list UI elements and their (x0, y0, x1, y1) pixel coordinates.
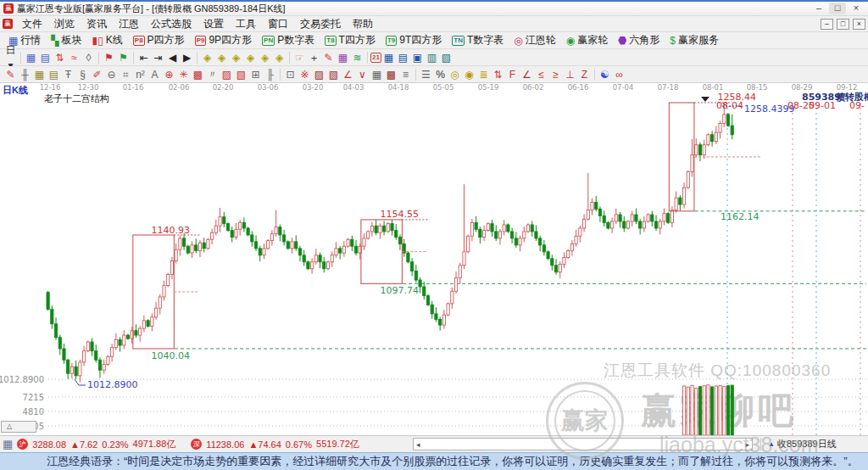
t-number-table-button[interactable]: TNT数字表 (447, 32, 509, 48)
shanghai-index-value[interactable]: 3288.08 (32, 439, 66, 450)
z-pattern-icon[interactable]: Z (577, 67, 592, 82)
zigzag-icon[interactable]: ∨ (355, 67, 370, 82)
gann-fan-icon[interactable]: ▦ (32, 67, 47, 82)
sort-updown-icon[interactable]: ⇅ (53, 50, 67, 65)
gann-circle2-icon[interactable]: ◉ (462, 67, 476, 82)
parallel-lines-icon[interactable]: ≡ (398, 67, 413, 82)
export-icon[interactable]: ▥ (425, 50, 439, 65)
report-form-icon[interactable]: ▤ (396, 50, 410, 65)
rays-star-icon[interactable]: ✳ (176, 67, 191, 82)
hatch-box2-icon[interactable]: ▧ (326, 67, 341, 82)
calculator-icon[interactable]: ▦ (381, 50, 396, 65)
angle-pen-icon[interactable]: ✐ (90, 67, 104, 82)
brush-tool-icon[interactable]: ✎ (3, 67, 18, 82)
kline-button[interactable]: ▮▯K线 (87, 32, 128, 48)
gann-wheel-button[interactable]: ◎江恩轮 (509, 32, 560, 48)
spindle-icon[interactable]: ◊ (81, 50, 96, 65)
mdi-minimize-button[interactable]: – (821, 19, 833, 30)
percent-icon[interactable]: % (433, 67, 448, 82)
menu-item-4[interactable]: 公式选股 (145, 17, 198, 31)
sectors-button[interactable]: ▚板块 (46, 32, 86, 48)
menu-item-5[interactable]: 设置 (198, 17, 230, 31)
mdi-restore-button[interactable]: □ (837, 19, 849, 30)
draw-line-icon[interactable]: ✎ (321, 50, 336, 65)
crosshair-icon[interactable]: ＋ (307, 50, 321, 65)
t-line-tool-icon[interactable]: Ŧ (61, 67, 75, 82)
resistance-line-icon[interactable]: ≥ (548, 67, 563, 82)
circle-divider-icon[interactable]: ⊖ (104, 67, 119, 82)
gann-diamond-5-icon[interactable]: ◈ (258, 50, 272, 65)
hash-ruler-icon[interactable]: ╫ (18, 67, 32, 82)
minimize-button[interactable]: – (810, 3, 827, 14)
pagoda-icon[interactable]: ▨ (220, 67, 234, 82)
double-tick-icon[interactable]: 〃 (205, 67, 220, 82)
first-bar-icon[interactable]: ⇤ (136, 50, 151, 65)
hatch-box-icon[interactable]: ▨ (312, 67, 326, 82)
p-square-button[interactable]: P8P四方形 (128, 32, 190, 48)
gann-diamond-2-icon[interactable]: ◈ (214, 50, 229, 65)
scroll-left-arrow[interactable]: ◂ (416, 440, 420, 449)
grid-shade-icon[interactable]: ▩ (384, 67, 398, 82)
window-grid-icon[interactable]: ⊞ (248, 67, 263, 82)
maximize-button[interactable]: □ (829, 3, 846, 14)
support-line-icon[interactable]: ≤ (534, 67, 548, 82)
winner-service-button[interactable]: $赢家服务 (665, 32, 724, 48)
shenzhen-index-value[interactable]: 11238.06 (206, 439, 244, 450)
wave-lines-icon[interactable]: ≋ (350, 50, 364, 65)
green-flag-icon[interactable]: ⚑ (116, 50, 131, 65)
pagoda2-icon[interactable]: ▧ (234, 67, 248, 82)
n-square-icon[interactable]: n² (133, 67, 147, 82)
golden-levels-icon[interactable]: ≣ (476, 67, 491, 82)
red-flag-icon[interactable]: ⚑ (102, 50, 116, 65)
winner-wheel-button[interactable]: ◉赢家轮 (561, 32, 613, 48)
angle-line-icon[interactable]: ∠ (341, 67, 355, 82)
shanghai-index-icon[interactable]: 沪 (17, 439, 28, 450)
vertical-measure-icon[interactable]: ⊥ (563, 67, 577, 82)
gann-circle-icon[interactable]: ◎ (448, 67, 462, 82)
menu-item-1[interactable]: 浏览 (48, 17, 81, 31)
gann-diamond-1-icon[interactable]: ◈ (200, 50, 214, 65)
grid-lines-icon[interactable]: ▦ (370, 67, 384, 82)
menu-item-7[interactable]: 窗口 (262, 17, 294, 31)
nine-t-square-button[interactable]: T99T四方形 (381, 32, 447, 48)
hand-tool-icon[interactable]: ☞ (292, 50, 307, 65)
dense-grid-icon[interactable]: ⌗ (119, 67, 133, 82)
calendar-icon[interactable]: 21 (370, 53, 381, 63)
menu-item-3[interactable]: 江恩 (113, 17, 145, 31)
next-bar-icon[interactable]: ▶ (180, 50, 194, 65)
menu-item-9[interactable]: 帮助 (347, 17, 379, 31)
nine-p-square-button[interactable]: P99P四方形 (190, 32, 257, 48)
menu-item-2[interactable]: 资讯 (81, 17, 113, 31)
t-square-button[interactable]: T8T四方形 (320, 32, 381, 48)
fib-levels-icon[interactable]: F (505, 67, 520, 82)
target-circle-icon[interactable]: ⊕ (162, 67, 176, 82)
last-bar-icon[interactable]: ⇥ (151, 50, 165, 65)
infinity-icon[interactable]: ∞ (612, 67, 626, 82)
gann-diamond-3-icon[interactable]: ◈ (229, 50, 243, 65)
menu-item-6[interactable]: 工具 (230, 17, 262, 31)
hexagon-button[interactable]: 六角形 (613, 32, 665, 48)
gann-diamond-4-icon[interactable]: ◈ (243, 50, 258, 65)
ray-burst-icon[interactable]: ※ (298, 67, 312, 82)
gann-box-icon[interactable]: ▦ (336, 50, 350, 65)
p-number-table-button[interactable]: PNP数字表 (257, 32, 320, 48)
trend-wave-icon[interactable]: ≈ (67, 50, 81, 65)
menu-item-0[interactable]: 文件 (16, 17, 48, 31)
kline-chart-canvas[interactable]: 12-1612-3001-1602-0602-2003-0603-2004-03… (0, 83, 868, 435)
gann-angle-icon[interactable]: ∠ (520, 67, 534, 82)
save-icon[interactable]: ▣ (410, 50, 425, 65)
levels-icon[interactable]: ☰ (419, 67, 433, 82)
spiral-tool-icon[interactable]: § (75, 67, 90, 82)
shade-box-icon[interactable]: ▩ (191, 67, 205, 82)
shenzhen-index-icon[interactable]: 深 (191, 439, 202, 450)
collapse-volume-button[interactable]: △ (1, 421, 36, 433)
a-angle-icon[interactable]: A (147, 67, 162, 82)
menu-item-8[interactable]: 交易委托 (294, 17, 347, 31)
updown-levels-icon[interactable]: ⇅ (491, 67, 505, 82)
gann-diamond-6-icon[interactable]: ◈ (272, 50, 287, 65)
yinyang-icon[interactable]: ☯ (598, 67, 612, 82)
keypad-icon[interactable]: ▦ (3, 439, 13, 450)
chart-window-icon[interactable]: ▦ (24, 50, 38, 65)
send-icon[interactable]: ▧ (439, 50, 453, 65)
gann-grid-icon[interactable]: ▤ (47, 67, 61, 82)
